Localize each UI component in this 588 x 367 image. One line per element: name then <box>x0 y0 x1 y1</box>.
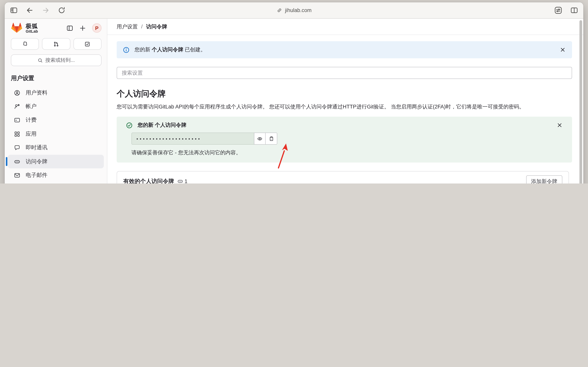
comment-icon <box>14 145 20 151</box>
new-token-note: 请确保妥善保存它 - 您无法再次访问它的内容。 <box>131 149 563 156</box>
breadcrumb-current: 访问令牌 <box>146 23 167 30</box>
sidebar-item-chat[interactable]: 即时通讯 <box>8 141 104 155</box>
brand-name-cn: 极狐 <box>26 23 38 29</box>
user-circle-icon <box>14 90 20 96</box>
credit-card-icon <box>14 117 20 124</box>
url-text: jihulab.com <box>285 7 312 13</box>
search-icon <box>38 58 42 63</box>
sidebar-item-label: 访问令牌 <box>26 158 47 165</box>
eye-icon <box>257 136 262 141</box>
sidebar: 极狐 GitLab P <box>5 19 107 184</box>
browser-window: jihulab.com <box>5 2 583 184</box>
close-icon[interactable] <box>556 122 563 128</box>
info-icon <box>123 46 129 53</box>
issues-icon <box>22 41 28 47</box>
sidebar-item-emails[interactable]: 电子邮件 <box>8 168 104 182</box>
screenshot-stage: jihulab.com <box>0 0 588 184</box>
gitlab-app: 极狐 GitLab P <box>5 19 583 184</box>
sidebar-item-label: 即时通讯 <box>26 144 47 151</box>
address-bar[interactable]: jihulab.com <box>236 7 352 13</box>
breadcrumb: 用户设置 / 访问令牌 <box>107 19 583 35</box>
page-content: 您的新 个人访问令牌 已创建。 个人访问令牌 您可以为需要访问GitLab AP… <box>107 41 583 184</box>
issues-shortcut-button[interactable] <box>11 38 39 50</box>
sidebar-item-password[interactable]: 密码 <box>8 182 104 184</box>
todo-check-icon <box>84 41 90 47</box>
token-created-alert: 您的新 个人访问令牌 已创建。 <box>117 41 572 58</box>
sidebar-item-account[interactable]: 帐户 <box>8 100 104 114</box>
brand-name-en: GitLab <box>26 29 38 33</box>
browser-toolbar: jihulab.com <box>5 2 583 19</box>
apps-grid-icon <box>14 131 20 137</box>
close-icon[interactable] <box>560 47 566 53</box>
active-tokens-card: 有效的个人访问令牌 1 添加新令牌 令牌名称 范围 创建于 <box>117 171 569 184</box>
reveal-token-button[interactable] <box>254 133 266 145</box>
gitlab-logo[interactable]: 极狐 GitLab <box>11 23 38 33</box>
masked-token-value: •••••••••••••••••••• <box>136 136 202 141</box>
forward-button[interactable] <box>42 7 49 14</box>
sidebar-item-label: 应用 <box>26 131 37 138</box>
merge-requests-shortcut-button[interactable] <box>42 38 70 50</box>
settings-nav: 用户资料 帐户 计费 应用 即时通讯 <box>5 86 107 184</box>
link-icon <box>277 7 282 13</box>
global-search-input[interactable]: 搜索或转到... <box>11 54 101 66</box>
main-panel: 用户设置 / 访问令牌 您的新 个人访问令牌 已创建。 <box>107 19 583 184</box>
todo-shortcut-button[interactable] <box>73 38 101 50</box>
active-tokens-title: 有效的个人访问令牌 <box>123 178 174 184</box>
sidebar-item-applications[interactable]: 应用 <box>8 127 104 141</box>
sidebar-item-label: 电子邮件 <box>26 172 47 179</box>
sidebar-item-access-tokens[interactable]: 访问令牌 <box>8 155 104 168</box>
breadcrumb-parent[interactable]: 用户设置 <box>117 23 138 30</box>
alert-text: 您的新 个人访问令牌 已创建。 <box>134 46 206 53</box>
split-view-icon[interactable] <box>571 7 578 14</box>
back-button[interactable] <box>26 7 34 14</box>
account-icon <box>14 103 20 110</box>
breadcrumb-separator: / <box>141 24 143 30</box>
pat-description: 您可以为需要访问GitLab API的每个应用程序生成个人访问令牌。 您还可以使… <box>117 103 572 110</box>
sidebar-item-label: 帐户 <box>26 103 37 110</box>
mail-icon <box>14 172 20 178</box>
scrollbar-thumb[interactable] <box>580 20 582 184</box>
sidebar-item-profile[interactable]: 用户资料 <box>8 86 104 100</box>
page-settings-icon[interactable] <box>554 7 562 14</box>
collapse-sidebar-icon[interactable] <box>67 25 73 31</box>
copy-clipboard-icon <box>269 136 274 141</box>
active-indicator <box>6 157 7 166</box>
browser-sidebar-toggle-icon[interactable] <box>10 7 17 14</box>
new-token-title: 您的新 个人访问令牌 <box>138 122 186 129</box>
create-new-icon[interactable] <box>79 25 86 31</box>
sidebar-item-billing[interactable]: 计费 <box>8 114 104 127</box>
merge-request-icon <box>53 41 59 47</box>
sidebar-section-title: 用户设置 <box>5 66 107 86</box>
add-token-button[interactable]: 添加新令牌 <box>526 175 562 184</box>
token-icon <box>177 178 183 184</box>
gitlab-tanuki-icon <box>11 23 23 33</box>
sidebar-item-label: 用户资料 <box>26 89 47 96</box>
user-avatar[interactable]: P <box>92 23 101 33</box>
check-circle-icon <box>126 122 133 128</box>
token-icon <box>14 158 20 165</box>
token-count: 1 <box>185 178 187 184</box>
new-token-value-field[interactable]: •••••••••••••••••••• <box>131 133 254 145</box>
global-search-placeholder: 搜索或转到... <box>45 57 75 64</box>
reload-button[interactable] <box>58 7 65 14</box>
copy-token-button[interactable] <box>266 133 277 145</box>
pat-title: 个人访问令牌 <box>117 88 572 99</box>
sidebar-item-label: 计费 <box>26 117 37 124</box>
settings-search-input[interactable] <box>117 67 572 79</box>
new-token-panel: 您的新 个人访问令牌 •••••••••••••••••••• <box>117 117 572 163</box>
